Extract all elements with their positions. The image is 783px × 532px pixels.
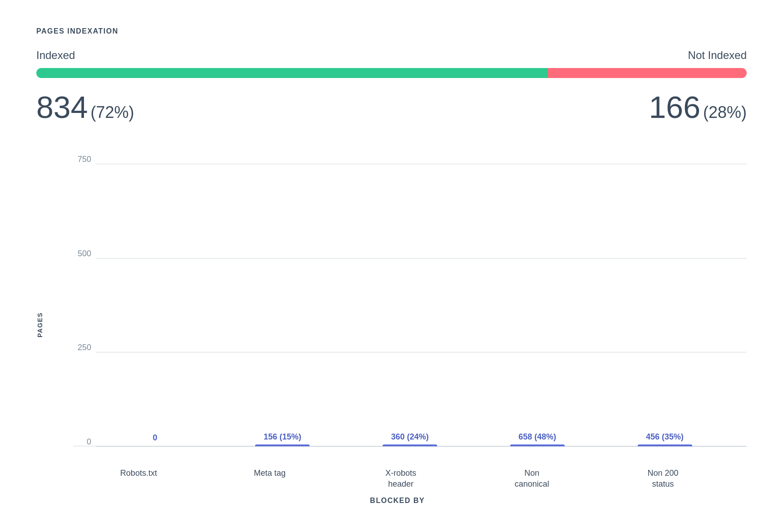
chart-bar[interactable] <box>638 444 692 446</box>
not-indexed-percent: (28%) <box>703 103 747 122</box>
x-axis-label: BLOCKED BY <box>48 497 747 505</box>
not-indexed-bar <box>548 68 747 78</box>
bar-value-label: 658 (48%) <box>518 432 556 442</box>
indexed-label: Indexed <box>36 49 75 62</box>
x-axis-label-item: X-robots header <box>374 468 428 489</box>
bar-group: 658 (48%) <box>510 432 565 446</box>
bar-group: 456 (35%) <box>638 432 692 446</box>
indexed-bar <box>36 68 548 78</box>
bar-group: 0 <box>128 433 182 446</box>
bar-value-label: 456 (35%) <box>646 432 684 442</box>
x-axis-label-item: Non 200 status <box>636 468 690 489</box>
progress-bar <box>36 68 747 78</box>
bar-value-label: 0 <box>153 433 157 443</box>
bar-value-label: 156 (15%) <box>264 432 301 442</box>
chart-bar[interactable] <box>128 445 182 446</box>
x-axis-label-item: Non canonical <box>505 468 559 489</box>
y-axis-label: PAGES <box>36 145 44 505</box>
chart-bar[interactable] <box>255 444 310 446</box>
bar-group: 360 (24%) <box>383 432 437 446</box>
not-indexed-count: 166 (28%) <box>649 92 747 122</box>
x-axis-label-item: Robots.txt <box>111 468 166 478</box>
not-indexed-number: 166 <box>649 92 700 122</box>
x-axis-label-item: Meta tag <box>242 468 297 478</box>
chart-bar[interactable] <box>510 444 565 446</box>
indexed-number: 834 <box>36 92 88 122</box>
not-indexed-label: Not Indexed <box>688 49 747 62</box>
bar-value-label: 360 (24%) <box>391 432 428 442</box>
indexed-count: 834 (72%) <box>36 92 134 122</box>
indexed-percent: (72%) <box>90 103 134 122</box>
chart-bar[interactable] <box>383 444 437 446</box>
section-title: PAGES INDEXATION <box>36 27 747 35</box>
bar-group: 156 (15%) <box>255 432 310 446</box>
